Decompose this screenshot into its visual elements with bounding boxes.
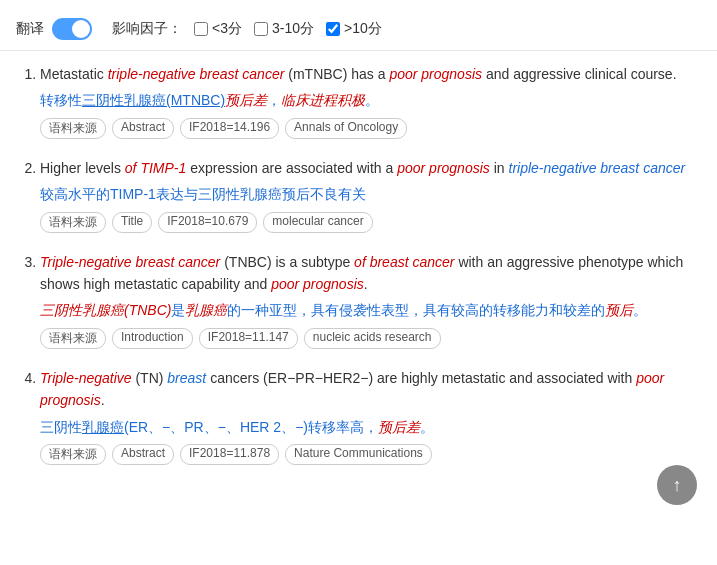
tag-if-1: IF2018=14.196 <box>180 118 279 139</box>
highlight-1: triple-negative breast cancer <box>108 66 285 82</box>
scroll-top-button[interactable]: ↑ <box>657 465 697 505</box>
zh-highlight-3: 临床进程积极 <box>281 92 365 108</box>
zh-highlight-4b: 预后差 <box>378 419 420 435</box>
en-text-4: Triple-negative (TN) breast cancers (ER−… <box>40 367 701 412</box>
tag-abstract-1: Abstract <box>112 118 174 139</box>
highlight-3c: poor prognosis <box>271 276 364 292</box>
highlight-2c: triple-negative breast cancer <box>509 160 686 176</box>
tag-source-2[interactable]: 语料来源 <box>40 212 106 233</box>
translate-toggle[interactable] <box>52 18 92 40</box>
zh-highlight-3a: 三阴性乳腺癌(TNBC) <box>40 302 171 318</box>
filter-lt3[interactable]: <3分 <box>194 20 242 38</box>
highlight-4c: poor prognosis <box>40 370 664 408</box>
top-bar: 翻译 影响因子： <3分 3-10分 >10分 <box>0 10 717 51</box>
filter-3to10[interactable]: 3-10分 <box>254 20 314 38</box>
filter-gt10-checkbox[interactable] <box>326 22 340 36</box>
zh-highlight-2: 预后差 <box>225 92 267 108</box>
tag-journal-4: Nature Communications <box>285 444 432 465</box>
en-text-2: Higher levels of TIMP-1 expression are a… <box>40 157 701 179</box>
zh-text-1: 转移性三阴性乳腺癌(MTNBC)预后差，临床进程积极。 <box>40 89 701 111</box>
tags-4: 语料来源 Abstract IF2018=11.878 Nature Commu… <box>40 444 701 465</box>
en-text-3: Triple-negative breast cancer (TNBC) is … <box>40 251 701 296</box>
results-list: Metastatic triple-negative breast cancer… <box>16 63 701 465</box>
highlight-2: poor prognosis <box>389 66 482 82</box>
zh-text-3: 三阴性乳腺癌(TNBC)是乳腺癌的一种亚型，具有侵袭性表型，具有较高的转移能力和… <box>40 299 701 321</box>
result-item-1: Metastatic triple-negative breast cancer… <box>40 63 701 139</box>
result-item-4: Triple-negative (TN) breast cancers (ER−… <box>40 367 701 465</box>
zh-highlight-3b: 乳腺癌 <box>185 302 227 318</box>
zh-text-2: 较高水平的TIMP-1表达与三阴性乳腺癌预后不良有关 <box>40 183 701 205</box>
tag-if-3: IF2018=11.147 <box>199 328 298 349</box>
filter-lt3-checkbox[interactable] <box>194 22 208 36</box>
highlight-4b: breast <box>167 370 206 386</box>
zh-highlight-4a: 乳腺癌 <box>82 419 124 435</box>
tag-if-4: IF2018=11.878 <box>180 444 279 465</box>
en-text-1: Metastatic triple-negative breast cancer… <box>40 63 701 85</box>
tag-source-1[interactable]: 语料来源 <box>40 118 106 139</box>
tag-abstract-4: Abstract <box>112 444 174 465</box>
highlight-2a: of TIMP-1 <box>125 160 186 176</box>
filter-gt10-label: >10分 <box>344 20 382 38</box>
results-content: Metastatic triple-negative breast cancer… <box>0 51 717 495</box>
tags-2: 语料来源 Title IF2018=10.679 molecular cance… <box>40 212 701 233</box>
tag-if-2: IF2018=10.679 <box>158 212 257 233</box>
translate-group: 翻译 <box>16 18 92 40</box>
highlight-3b: of breast cancer <box>354 254 454 270</box>
influence-label: 影响因子： <box>112 20 182 38</box>
tag-source-3[interactable]: 语料来源 <box>40 328 106 349</box>
tag-title-2: Title <box>112 212 152 233</box>
result-item-3: Triple-negative breast cancer (TNBC) is … <box>40 251 701 349</box>
tag-journal-2: molecular cancer <box>263 212 372 233</box>
zh-highlight-1: 三阴性乳腺癌(MTNBC) <box>82 92 225 108</box>
translate-label: 翻译 <box>16 20 44 38</box>
tags-3: 语料来源 Introduction IF2018=11.147 nucleic … <box>40 328 701 349</box>
highlight-4a: Triple-negative <box>40 370 132 386</box>
tag-intro-3: Introduction <box>112 328 193 349</box>
zh-highlight-3c: 预后 <box>605 302 633 318</box>
tag-journal-3: nucleic acids research <box>304 328 441 349</box>
tag-source-4[interactable]: 语料来源 <box>40 444 106 465</box>
highlight-2b: poor prognosis <box>397 160 490 176</box>
influence-group: 影响因子： <3分 3-10分 >10分 <box>112 20 382 38</box>
scroll-top-icon: ↑ <box>673 475 682 496</box>
filter-gt10[interactable]: >10分 <box>326 20 382 38</box>
tag-journal-1: Annals of Oncology <box>285 118 407 139</box>
filter-3to10-label: 3-10分 <box>272 20 314 38</box>
zh-text-4: 三阴性乳腺癌(ER、−、PR、−、HER 2、−)转移率高，预后差。 <box>40 416 701 438</box>
filter-3to10-checkbox[interactable] <box>254 22 268 36</box>
highlight-3a: Triple-negative breast cancer <box>40 254 220 270</box>
result-item-2: Higher levels of TIMP-1 expression are a… <box>40 157 701 233</box>
filter-lt3-label: <3分 <box>212 20 242 38</box>
tags-1: 语料来源 Abstract IF2018=14.196 Annals of On… <box>40 118 701 139</box>
